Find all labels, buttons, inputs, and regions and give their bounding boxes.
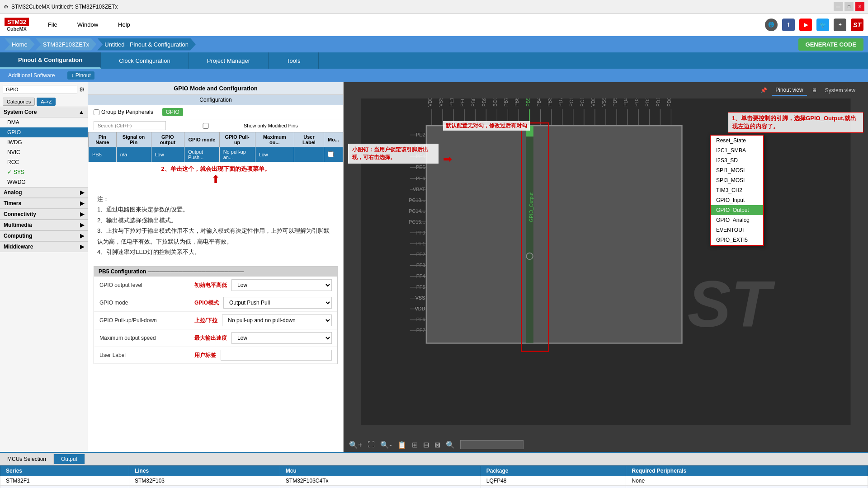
sidebar-section-analog[interactable]: Analog ▶ <box>0 187 88 198</box>
filter-categories-button[interactable]: Categories <box>3 98 35 106</box>
grid-icon[interactable]: ⊠ <box>434 441 440 449</box>
context-menu-item-spi3[interactable]: SPI3_MOSI <box>711 175 763 185</box>
table-icon[interactable]: ⊟ <box>423 441 429 449</box>
layout-icon[interactable]: ⊞ <box>412 441 418 449</box>
cell-mode: Output Push... <box>184 147 220 162</box>
config-row-mode: GPIO mode GPIO模式 Output Push Pull Output… <box>94 294 337 312</box>
chip-search-input[interactable] <box>460 440 524 449</box>
col-gpio-output: GPIO output <box>151 132 184 147</box>
filter-az-button[interactable]: A->Z <box>37 98 56 106</box>
copy-icon[interactable]: 📋 <box>397 441 406 449</box>
context-menu: Reset_State I2C1_SMBA I2S3_SD SPI1_MOSI … <box>710 135 764 246</box>
twitter-icon[interactable]: 🐦 <box>816 19 829 31</box>
maximize-button[interactable]: □ <box>844 2 854 11</box>
context-menu-item-gpio-analog[interactable]: GPIO_Analog <box>711 215 763 225</box>
context-menu-item-gpio-exti5[interactable]: GPIO_EXTI5 <box>711 235 763 245</box>
pinout-view-icon: 📌 <box>760 87 767 94</box>
context-menu-item-gpio-input[interactable]: GPIO_Input <box>711 195 763 205</box>
chevron-right-icon-2: ▶ <box>80 200 84 206</box>
sidebar-section-middleware[interactable]: Middleware ▶ <box>0 241 88 252</box>
show-modified-checkbox[interactable] <box>170 123 242 129</box>
sidebar-section-system-core[interactable]: System Core ▲ <box>0 107 88 117</box>
tab-tools[interactable]: Tools <box>269 52 319 69</box>
context-menu-item-i2c1[interactable]: I2C1_SMBA <box>711 145 763 155</box>
close-button[interactable]: ✕ <box>855 2 864 11</box>
sidebar-item-nvic[interactable]: NVIC <box>0 147 88 157</box>
max-speed-select[interactable]: Low Medium High <box>231 332 332 344</box>
tab-pinout-view[interactable]: Pinout view <box>772 85 807 96</box>
bottom-tab-output[interactable]: Output <box>54 454 85 464</box>
subtab-pinout[interactable]: ↓ Pinout <box>67 71 94 80</box>
show-modified-label[interactable]: Show only Modified Pins <box>170 123 298 129</box>
context-menu-item-gpio-output[interactable]: GPIO_Output <box>711 205 763 215</box>
user-label-input[interactable] <box>221 350 332 361</box>
menu-file[interactable]: File <box>42 19 63 30</box>
tab-clock[interactable]: Clock Configuration <box>101 52 189 69</box>
table-row[interactable]: STM32F1 STM32F103 STM32F103C4Tx LQFP48 N… <box>0 476 868 486</box>
table-row[interactable]: STM32F1 STM32F103 STM32F103C6Tx LQFP48 N… <box>0 486 868 488</box>
col-mo: Mo... <box>324 132 343 147</box>
config-row-speed: Maximum output speed 最大输出速度 Low Medium H… <box>94 329 337 347</box>
sidebar-section-timers[interactable]: Timers ▶ <box>0 198 88 209</box>
output-level-select[interactable]: Low High <box>231 279 332 291</box>
tab-system-view[interactable]: System view <box>821 85 859 95</box>
sidebar-section-multimedia[interactable]: Multimedia ▶ <box>0 220 88 230</box>
main-tab-row: Pinout & Configuration Clock Configurati… <box>0 52 868 69</box>
breadcrumb-current[interactable]: Untitled - Pinout & Configuration <box>97 38 196 51</box>
logo-top: STM32 <box>5 18 29 26</box>
fit-icon[interactable]: ⛶ <box>368 441 375 449</box>
settings-icon[interactable]: ⚙ <box>79 86 85 93</box>
sidebar-item-rcc[interactable]: RCC <box>0 157 88 167</box>
pb5-config-title: PB5 Configuration ──────────────────────… <box>94 267 337 277</box>
community-icon[interactable]: 🌐 <box>765 19 778 31</box>
context-menu-item-i2s3[interactable]: I2S3_SD <box>711 155 763 165</box>
sidebar-section-connectivity[interactable]: Connectivity ▶ <box>0 209 88 220</box>
facebook-icon[interactable]: f <box>782 19 795 31</box>
tab-pinout[interactable]: Pinout & Configuration <box>0 52 101 69</box>
menu-help[interactable]: Help <box>113 19 136 30</box>
gpio-mode-select[interactable]: Output Push Pull Output Open Drain <box>223 297 332 309</box>
svg-text:PC14: PC14 <box>569 99 574 107</box>
sidebar-section-computing[interactable]: Computing ▶ <box>0 230 88 241</box>
st-icon[interactable]: ST <box>851 19 863 31</box>
zoom-in-icon[interactable]: 🔍+ <box>349 441 362 449</box>
subtab-software[interactable]: Additional Software <box>5 71 58 80</box>
sidebar-item-iwdg[interactable]: IWDG <box>0 137 88 147</box>
tab-project[interactable]: Project Manager <box>189 52 269 69</box>
sidebar-item-wwdg[interactable]: WWDG <box>0 177 88 187</box>
network-icon[interactable]: ✦ <box>834 19 846 31</box>
max-speed-label: Maximum output speed <box>99 335 190 341</box>
sub-tab-row: Additional Software ↓ Pinout <box>0 69 868 82</box>
sidebar-item-dma[interactable]: DMA <box>0 117 88 127</box>
context-menu-item-eventout[interactable]: EVENTOUT <box>711 225 763 235</box>
breadcrumb-home[interactable]: Home <box>5 38 35 51</box>
context-menu-item-tim3[interactable]: TIM3_CH2 <box>711 185 763 195</box>
zoom-out-icon[interactable]: 🔍- <box>380 441 392 449</box>
gpio-search-input[interactable] <box>94 121 166 130</box>
context-menu-item-reset[interactable]: Reset_State <box>711 136 763 145</box>
window-controls[interactable]: — □ ✕ <box>834 2 864 11</box>
context-menu-item-spi1[interactable]: SPI1_MOSI <box>711 165 763 175</box>
table-row[interactable]: PB5 n/a Low Output Push... No pull-up an… <box>89 147 343 162</box>
mo-checkbox[interactable] <box>328 151 334 157</box>
group-by-peripherals-checkbox[interactable] <box>94 109 99 115</box>
menu-window[interactable]: Window <box>72 19 104 30</box>
user-label-label-cn: 用户标签 <box>194 352 216 359</box>
group-by-peripherals-label[interactable]: Group By Peripherals <box>94 109 153 115</box>
search-input[interactable] <box>3 85 77 94</box>
max-speed-label-cn: 最大输出速度 <box>194 334 227 342</box>
youtube-icon[interactable]: ▶ <box>799 19 812 31</box>
search-chip-icon[interactable]: 🔍 <box>446 441 455 449</box>
bottom-tab-mcu[interactable]: MCUs Selection <box>0 454 54 464</box>
breadcrumb-chip[interactable]: STM32F103ZETx <box>36 38 97 51</box>
title-text: STM32CubeMX Untitled*: STM32F103ZETx <box>11 4 118 10</box>
mcu-table-section: Series Lines Mcu Package Required Periph… <box>0 465 868 488</box>
generate-code-button[interactable]: GENERATE CODE <box>798 38 863 51</box>
sidebar-item-sys[interactable]: ✓SYS <box>0 167 88 177</box>
sidebar-item-gpio[interactable]: GPIO <box>0 127 88 137</box>
output-level-label: GPIO output level <box>99 282 190 288</box>
svg-text:PB4: PB4 <box>536 99 542 107</box>
gpio-pull-select[interactable]: No pull-up and no pull-down Pull-up Pull… <box>222 314 332 326</box>
minimize-button[interactable]: — <box>834 2 843 11</box>
gpio-badge[interactable]: GPIO <box>162 108 183 116</box>
